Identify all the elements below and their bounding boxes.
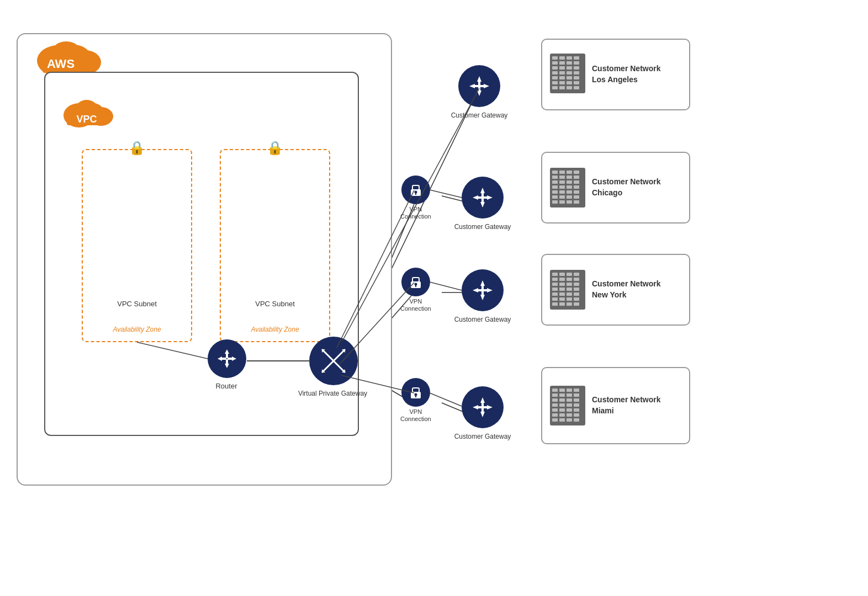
customer-gateway-miami xyxy=(462,386,504,428)
svg-rect-139 xyxy=(567,278,572,281)
svg-rect-189 xyxy=(559,403,565,407)
svg-rect-54 xyxy=(574,61,579,65)
svg-rect-160 xyxy=(574,302,579,306)
svg-rect-157 xyxy=(552,302,558,306)
svg-rect-68 xyxy=(559,81,565,84)
svg-rect-45 xyxy=(479,85,484,87)
svg-text:AWS: AWS xyxy=(47,57,75,71)
customer-gateway-ny xyxy=(462,269,504,311)
cn-text-miami: Customer NetworkMiami xyxy=(592,395,660,416)
cg-label-ny: Customer Gateway xyxy=(445,316,520,323)
svg-rect-195 xyxy=(574,408,579,412)
svg-point-164 xyxy=(414,393,417,396)
cn-text-la: Customer NetworkLos Angeles xyxy=(592,63,660,85)
svg-rect-136 xyxy=(574,273,579,276)
svg-rect-64 xyxy=(559,76,565,79)
svg-rect-146 xyxy=(559,288,565,291)
svg-rect-62 xyxy=(574,71,579,74)
svg-rect-154 xyxy=(559,297,565,301)
svg-rect-86 xyxy=(478,196,483,199)
svg-text:VPC: VPC xyxy=(76,114,97,125)
svg-rect-107 xyxy=(559,190,565,194)
cn-text-chicago: Customer NetworkChicago xyxy=(592,177,660,198)
svg-rect-90 xyxy=(552,171,558,174)
svg-rect-23 xyxy=(226,354,228,358)
cg-label-chicago: Customer Gateway xyxy=(445,223,520,231)
svg-rect-56 xyxy=(559,66,565,70)
az-box-2: 🔒 VPC Subnet Availability Zone xyxy=(220,149,330,342)
router-node xyxy=(208,339,246,378)
svg-rect-105 xyxy=(574,185,579,189)
svg-rect-201 xyxy=(559,418,565,422)
svg-rect-109 xyxy=(574,190,579,194)
svg-line-209 xyxy=(430,282,462,290)
svg-rect-98 xyxy=(552,180,558,184)
svg-rect-152 xyxy=(574,292,579,296)
svg-rect-176 xyxy=(552,389,558,392)
svg-rect-57 xyxy=(567,66,572,70)
svg-rect-74 xyxy=(574,86,579,89)
svg-rect-112 xyxy=(567,195,572,199)
svg-rect-104 xyxy=(567,185,572,189)
svg-rect-191 xyxy=(574,403,579,407)
svg-rect-55 xyxy=(552,66,558,70)
svg-rect-134 xyxy=(559,273,565,276)
svg-rect-49 xyxy=(567,56,572,60)
svg-rect-203 xyxy=(574,418,579,422)
svg-rect-142 xyxy=(559,283,565,286)
svg-rect-48 xyxy=(559,56,565,60)
svg-rect-29 xyxy=(227,358,232,360)
svg-rect-202 xyxy=(567,418,572,422)
svg-rect-99 xyxy=(559,180,565,184)
lock-icon-2: 🔒 xyxy=(267,140,283,156)
svg-rect-148 xyxy=(574,288,579,291)
svg-rect-92 xyxy=(567,171,572,174)
svg-rect-196 xyxy=(552,413,558,417)
svg-rect-102 xyxy=(552,185,558,189)
svg-rect-96 xyxy=(567,175,572,179)
svg-rect-93 xyxy=(574,171,579,174)
svg-rect-58 xyxy=(574,66,579,70)
svg-rect-140 xyxy=(574,278,579,281)
svg-rect-135 xyxy=(567,273,572,276)
svg-rect-138 xyxy=(559,278,565,281)
svg-rect-193 xyxy=(559,408,565,412)
svg-rect-198 xyxy=(567,413,572,417)
customer-gateway-chicago xyxy=(462,177,504,219)
svg-rect-97 xyxy=(574,175,579,179)
svg-rect-71 xyxy=(552,86,558,89)
svg-line-207 xyxy=(430,190,462,198)
svg-rect-103 xyxy=(559,185,565,189)
vpg-node xyxy=(309,337,358,385)
svg-rect-108 xyxy=(567,190,572,194)
svg-rect-150 xyxy=(559,292,565,296)
svg-rect-190 xyxy=(567,403,572,407)
svg-rect-72 xyxy=(559,86,565,89)
svg-rect-147 xyxy=(567,288,572,291)
svg-rect-143 xyxy=(567,283,572,286)
svg-rect-133 xyxy=(552,273,558,276)
svg-rect-165 xyxy=(415,396,416,397)
svg-rect-59 xyxy=(552,71,558,74)
svg-rect-51 xyxy=(552,61,558,65)
svg-rect-156 xyxy=(574,297,579,301)
svg-rect-25 xyxy=(226,359,228,364)
svg-rect-52 xyxy=(559,61,565,65)
svg-rect-106 xyxy=(552,190,558,194)
az-box-1: 🔒 VPC Subnet Availability Zone xyxy=(82,149,192,342)
svg-rect-192 xyxy=(552,408,558,412)
svg-rect-188 xyxy=(552,403,558,407)
svg-rect-60 xyxy=(559,71,565,74)
customer-network-ny: Customer NetworkNew York xyxy=(541,254,690,326)
svg-line-211 xyxy=(430,393,462,406)
svg-rect-88 xyxy=(483,196,487,199)
svg-rect-182 xyxy=(567,393,572,397)
svg-rect-199 xyxy=(574,413,579,417)
svg-rect-110 xyxy=(552,195,558,199)
svg-rect-183 xyxy=(574,393,579,397)
router-label: Router xyxy=(196,382,257,390)
svg-rect-179 xyxy=(574,389,579,392)
svg-rect-172 xyxy=(478,406,483,408)
svg-point-121 xyxy=(414,283,417,286)
svg-rect-66 xyxy=(574,76,579,79)
